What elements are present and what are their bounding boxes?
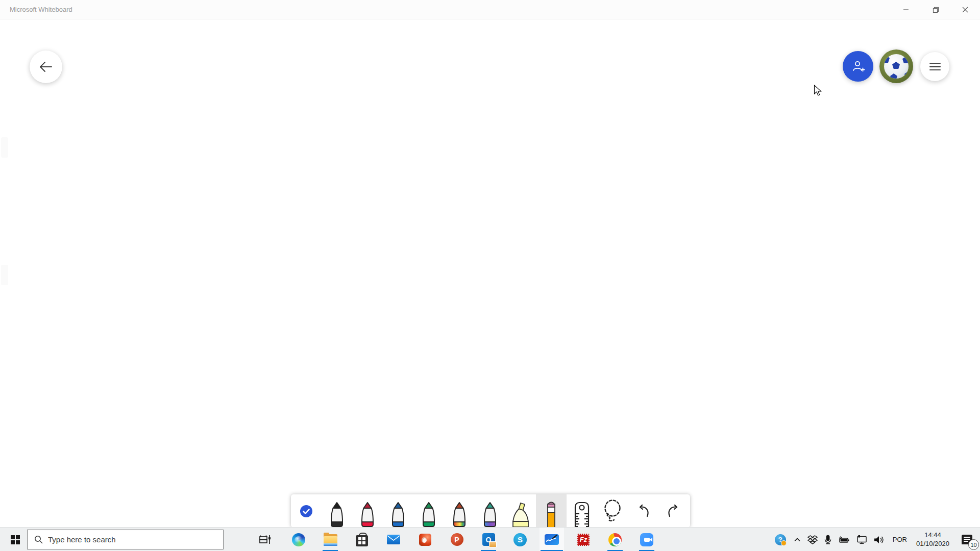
mouse-cursor xyxy=(814,85,823,97)
tool-blue-pen[interactable] xyxy=(383,494,413,528)
window-titlebar: Microsoft Whiteboard xyxy=(0,0,980,19)
tool-eraser[interactable] xyxy=(536,494,567,528)
restore-icon xyxy=(933,7,939,13)
back-button[interactable] xyxy=(30,51,62,83)
filezilla-icon: Fz xyxy=(577,534,590,546)
system-tray: ? xyxy=(771,528,980,551)
notification-count-badge: 10 xyxy=(968,539,979,550)
taskbar-app-store[interactable] xyxy=(350,528,374,551)
task-view-button[interactable] xyxy=(254,528,276,551)
invite-button[interactable] xyxy=(843,51,873,82)
volume-tray-button[interactable] xyxy=(870,528,888,551)
start-button[interactable] xyxy=(5,528,26,551)
notification-center-button[interactable]: 10 xyxy=(953,528,980,551)
microphone-icon xyxy=(823,535,833,545)
close-icon xyxy=(962,7,968,13)
taskbar-app-office[interactable] xyxy=(413,528,437,551)
ruler-icon xyxy=(572,502,592,528)
chrome-icon xyxy=(608,533,622,546)
help-icon: ? xyxy=(775,534,786,545)
redo-icon xyxy=(667,505,681,518)
filezilla-letters: Fz xyxy=(580,536,587,543)
taskbar-app-zoom[interactable] xyxy=(634,528,659,551)
file-explorer-icon xyxy=(324,534,337,545)
red-pen-icon xyxy=(358,502,377,527)
add-person-icon xyxy=(850,59,866,74)
tool-undo[interactable] xyxy=(628,494,658,528)
soccer-ball-image xyxy=(884,54,909,79)
rainbow-pen-icon xyxy=(450,502,469,527)
display-network-icon xyxy=(855,535,868,544)
mail-icon xyxy=(387,535,400,544)
taskbar-app-chrome[interactable] xyxy=(603,528,627,551)
blue-pen-icon xyxy=(388,502,408,527)
close-button[interactable] xyxy=(950,0,980,19)
office-icon xyxy=(419,534,431,546)
tool-black-pen[interactable] xyxy=(322,494,352,528)
show-hidden-icons-button[interactable] xyxy=(790,528,805,551)
microphone-tray-button[interactable] xyxy=(820,528,836,551)
powerpoint-icon: P xyxy=(451,533,463,546)
active-tool-check[interactable] xyxy=(291,494,322,528)
zoom-icon xyxy=(640,533,653,546)
dropbox-tray-button[interactable] xyxy=(805,528,820,551)
lasso-icon xyxy=(601,499,624,523)
tool-ruler[interactable] xyxy=(567,494,597,528)
taskbar-app-outlook[interactable]: O xyxy=(476,528,501,551)
search-input[interactable] xyxy=(48,535,201,544)
dropbox-icon xyxy=(807,535,818,544)
taskbar-app-filezilla[interactable]: Fz xyxy=(571,528,596,551)
tool-redo[interactable] xyxy=(658,494,689,528)
outlook-icon: O xyxy=(482,533,495,546)
clock-date: 01/10/2020 xyxy=(916,540,949,548)
taskbar-app-skype[interactable]: S xyxy=(508,528,532,551)
taskbar-clock[interactable]: 14:44 01/10/2020 xyxy=(912,528,953,551)
canvas-smudge xyxy=(1,265,8,285)
language-indicator[interactable]: POR xyxy=(888,528,912,551)
tool-galaxy-pen[interactable] xyxy=(475,494,505,528)
tool-lasso-select[interactable] xyxy=(597,494,628,528)
taskbar-app-whiteboard[interactable] xyxy=(540,528,564,551)
display-tray-button[interactable] xyxy=(853,528,870,551)
canvas-smudge xyxy=(1,137,8,158)
speaker-icon xyxy=(873,535,885,544)
edge-icon xyxy=(292,533,305,546)
eraser-icon xyxy=(543,498,559,528)
whiteboard-canvas[interactable] xyxy=(0,20,980,527)
highlighter-icon xyxy=(509,501,532,528)
chevron-up-icon xyxy=(793,536,801,543)
taskbar-app-row: P O S Fz xyxy=(286,528,659,551)
taskbar-app-mail[interactable] xyxy=(381,528,406,551)
microsoft-store-icon xyxy=(356,535,368,546)
clock-time: 14:44 xyxy=(916,531,949,540)
taskbar-search[interactable] xyxy=(27,530,224,549)
tool-green-pen[interactable] xyxy=(413,494,444,528)
galaxy-pen-icon xyxy=(480,502,500,527)
skype-letter: S xyxy=(518,535,523,544)
taskbar-app-powerpoint[interactable]: P xyxy=(445,528,469,551)
windows-logo-icon xyxy=(11,535,20,544)
window-controls xyxy=(891,0,980,19)
taskbar-app-file-explorer[interactable] xyxy=(318,528,342,551)
settings-menu-button[interactable] xyxy=(920,52,949,81)
minimize-icon xyxy=(903,7,909,13)
minimize-button[interactable] xyxy=(891,0,921,19)
battery-tray-button[interactable] xyxy=(836,528,853,551)
get-help-tray-button[interactable]: ? xyxy=(771,528,790,551)
task-view-icon xyxy=(258,534,272,546)
undo-icon xyxy=(636,505,650,518)
user-avatar[interactable] xyxy=(879,49,913,83)
powerpoint-letter: P xyxy=(454,536,459,544)
drawing-toolbar xyxy=(291,494,690,528)
black-pen-icon xyxy=(327,502,347,527)
taskbar-app-edge[interactable] xyxy=(286,528,311,551)
tool-rainbow-pen[interactable] xyxy=(444,494,475,528)
skype-icon: S xyxy=(513,533,527,546)
tool-highlighter[interactable] xyxy=(505,494,536,528)
restore-button[interactable] xyxy=(921,0,950,19)
back-arrow-icon xyxy=(39,61,53,73)
search-icon xyxy=(34,535,43,544)
check-icon xyxy=(300,505,313,518)
tool-red-pen[interactable] xyxy=(352,494,383,528)
hamburger-menu-icon xyxy=(929,63,941,70)
